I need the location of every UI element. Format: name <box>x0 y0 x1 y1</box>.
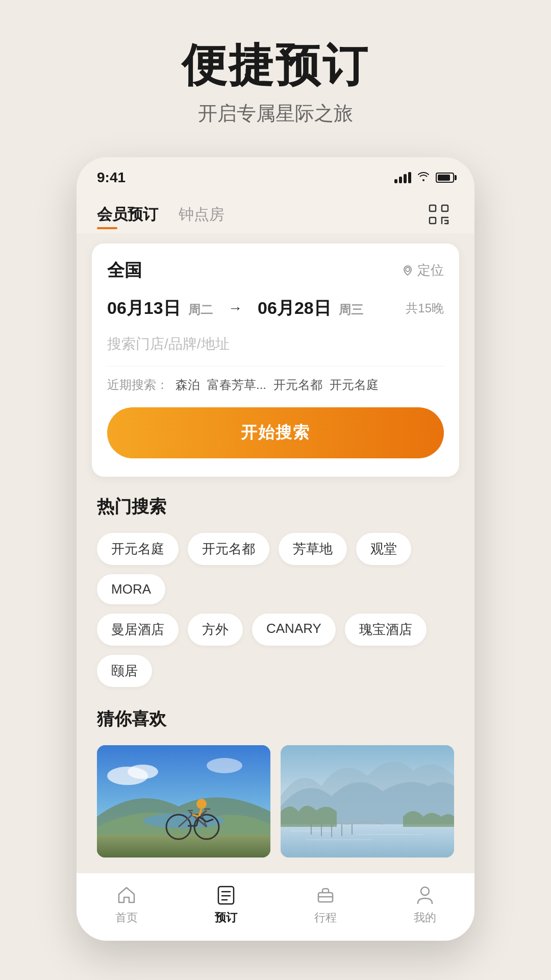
search-card: 全国 定位 06月13日 周二 → <box>92 243 459 477</box>
nav-profile-label: 我的 <box>414 910 436 925</box>
hot-tag-8[interactable]: CANARY <box>252 614 336 646</box>
recent-tag-2[interactable]: 富春芳草... <box>207 377 266 393</box>
hot-tag-9[interactable]: 瑰宝酒店 <box>345 614 427 646</box>
phone-content: 全国 定位 06月13日 周二 → <box>77 233 474 873</box>
search-placeholder: 搜索门店/品牌/地址 <box>107 336 230 352</box>
guess-like-section: 猜你喜欢 <box>92 707 459 857</box>
svg-rect-2 <box>430 217 436 224</box>
tab-member-booking[interactable]: 会员预订 <box>97 196 158 233</box>
hot-tag-2[interactable]: 开元名都 <box>188 533 269 565</box>
status-bar: 9:41 <box>77 157 474 191</box>
page-subtitle: 开启专属星际之旅 <box>182 101 369 127</box>
hot-tag-1[interactable]: 开元名庭 <box>97 533 179 565</box>
wifi-icon <box>417 171 430 184</box>
recent-tag-3[interactable]: 开元名都 <box>273 377 322 393</box>
hotel-card-1[interactable] <box>97 745 270 857</box>
page-header: 便捷预订 开启专属星际之旅 <box>182 41 369 127</box>
search-input-row[interactable]: 搜索门店/品牌/地址 <box>107 334 444 366</box>
hot-search-tags-row-2: 曼居酒店 方外 CANARY 瑰宝酒店 颐居 <box>97 614 454 687</box>
hot-search-tags-row-1: 开元名庭 开元名都 芳草地 观堂 MORA <box>97 533 454 604</box>
nav-home[interactable]: 首页 <box>77 884 176 925</box>
page-title: 便捷预订 <box>182 41 369 90</box>
nav-booking-label: 预订 <box>215 910 237 925</box>
status-icons <box>394 171 454 184</box>
svg-point-8 <box>406 267 410 272</box>
nav-trips[interactable]: 行程 <box>276 884 375 925</box>
hot-tag-5[interactable]: MORA <box>97 574 165 604</box>
svg-rect-1 <box>442 205 448 211</box>
search-button[interactable]: 开始搜索 <box>107 407 444 458</box>
date-arrow: → <box>228 300 242 316</box>
profile-icon <box>414 884 436 906</box>
hot-tag-7[interactable]: 方外 <box>188 614 243 646</box>
hot-search-title: 热门搜索 <box>97 495 454 519</box>
hot-tag-4[interactable]: 观堂 <box>356 533 411 565</box>
location-button[interactable]: 定位 <box>402 261 444 279</box>
checkout-date: 06月28日 周三 <box>258 297 363 320</box>
location-label: 定位 <box>417 261 444 279</box>
location-text[interactable]: 全国 <box>107 259 142 282</box>
booking-icon <box>215 884 237 906</box>
phone-frame: 9:41 会员预订 钟点房 <box>77 157 474 941</box>
recent-tag-4[interactable]: 开元名庭 <box>330 377 379 393</box>
battery-icon <box>436 173 454 183</box>
signal-icon <box>394 172 411 183</box>
svg-rect-0 <box>430 205 436 211</box>
recent-label: 近期搜索： <box>107 377 168 393</box>
hotel-card-2[interactable] <box>281 745 454 857</box>
nav-trips-label: 行程 <box>314 910 337 925</box>
svg-rect-33 <box>281 824 454 857</box>
svg-point-12 <box>207 758 242 773</box>
svg-point-25 <box>196 799 207 809</box>
home-icon <box>115 884 138 906</box>
nav-tabs: 会员预订 钟点房 <box>77 191 474 233</box>
recent-searches: 近期搜索： 森泊 富春芳草... 开元名都 开元名庭 <box>107 377 444 393</box>
nights-badge: 共15晚 <box>406 300 444 316</box>
status-time: 9:41 <box>97 169 126 186</box>
tab-hourly-room[interactable]: 钟点房 <box>179 196 224 233</box>
location-row: 全国 定位 <box>107 259 444 282</box>
nav-booking[interactable]: 预订 <box>176 884 276 925</box>
nav-home-label: 首页 <box>115 910 138 925</box>
hotel-cards-row <box>97 745 454 857</box>
hot-tag-10[interactable]: 颐居 <box>97 655 152 687</box>
svg-point-11 <box>128 765 158 779</box>
hot-search-section: 热门搜索 开元名庭 开元名都 芳草地 观堂 MORA 曼居酒店 方外 CANAR… <box>92 495 459 687</box>
nav-profile[interactable]: 我的 <box>375 884 474 925</box>
hot-tag-6[interactable]: 曼居酒店 <box>97 614 179 646</box>
checkin-date: 06月13日 周二 <box>107 297 213 320</box>
bottom-navigation: 首页 预订 行程 <box>77 873 474 941</box>
guess-like-title: 猜你喜欢 <box>97 707 454 731</box>
hot-tag-3[interactable]: 芳草地 <box>279 533 347 565</box>
trips-icon <box>314 884 337 906</box>
recent-tag-1[interactable]: 森泊 <box>176 377 200 393</box>
svg-point-43 <box>421 887 429 895</box>
date-row[interactable]: 06月13日 周二 → 06月28日 周三 共15晚 <box>107 297 444 320</box>
scan-button[interactable] <box>423 196 454 233</box>
